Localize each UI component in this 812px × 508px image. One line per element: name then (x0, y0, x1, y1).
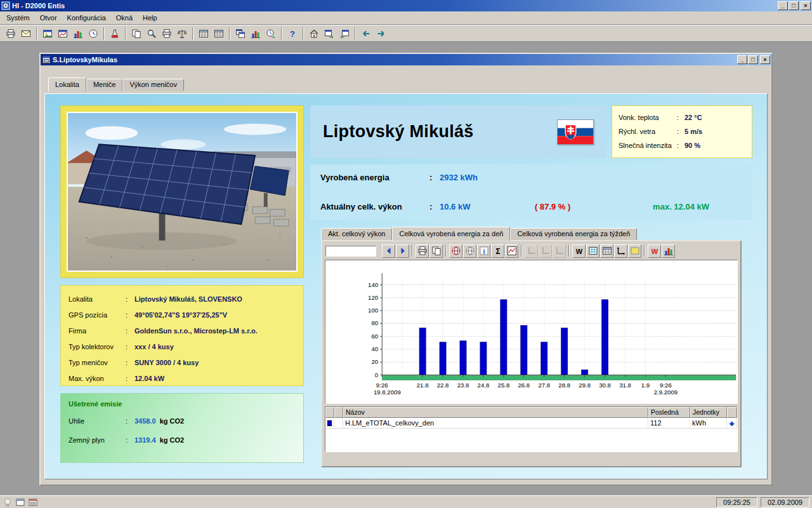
help-button[interactable]: ? (285, 26, 300, 41)
back-button[interactable] (358, 26, 374, 41)
site-info-value: 12.04 kW (134, 375, 164, 382)
chart-info-button[interactable]: i (477, 244, 490, 258)
chart-legend-button[interactable] (662, 244, 675, 258)
forward-button[interactable] (374, 26, 389, 41)
open-charts-button[interactable] (70, 26, 86, 41)
chart-next-button[interactable] (396, 244, 409, 258)
chart-legend-table: NázovPoslednáJednotky H.LM_eTOTAL_celkov… (325, 406, 738, 452)
menu-item-otvor[interactable]: Otvor (35, 12, 62, 23)
globe-gray-icon (465, 246, 475, 256)
main-toolbar: ? (0, 24, 812, 42)
site-photo (67, 112, 298, 272)
legend-cell (325, 418, 334, 428)
open-pictures-button[interactable] (40, 26, 55, 41)
chart-interval-input[interactable] (325, 246, 376, 257)
connection-status-icon[interactable] (15, 497, 25, 507)
app-window: HI - D2000 Entis _ □ × SystémOtvorKonfig… (0, 0, 812, 508)
alarms-button[interactable] (107, 26, 122, 41)
copy-button[interactable] (129, 26, 144, 41)
chart-grid-button[interactable] (586, 244, 599, 258)
menu-item-konfiguracia[interactable]: Konfigurácia (62, 12, 111, 23)
menu-item-help[interactable]: Help (138, 12, 162, 23)
chart-background-button[interactable] (628, 244, 641, 258)
chart-plot-area[interactable]: 02040608010012014021.822.823.824.825.826… (325, 260, 738, 404)
open-graphs-button[interactable] (55, 26, 70, 41)
unit-cell: kWh (690, 418, 727, 428)
barchart-icon (664, 246, 674, 256)
table-corner-cell (325, 407, 334, 418)
menu-item-okna[interactable]: Okná (111, 12, 138, 23)
info-icon: i (479, 246, 489, 256)
column-header-name[interactable]: Názov (343, 407, 648, 418)
alarm-bulb-icon[interactable] (3, 497, 13, 507)
child-maximize-button[interactable]: □ (748, 55, 758, 64)
table-columns-button[interactable] (211, 26, 226, 41)
site-info-value: SUNY 3000 / 4 kusy (134, 359, 199, 366)
home-button[interactable] (306, 26, 322, 41)
clock-arrow-icon (266, 29, 276, 39)
chart-statistics-button[interactable]: Σ (491, 244, 504, 258)
chart-timezone-button[interactable] (463, 244, 476, 258)
chart-copy-button[interactable] (429, 244, 443, 258)
menu-item-system[interactable]: Systém (1, 12, 35, 23)
window-back-button[interactable] (337, 26, 352, 41)
table-icon (602, 246, 612, 256)
site-info-label: Max. výkon (69, 375, 126, 382)
child-minimize-button[interactable]: _ (737, 55, 747, 64)
cascade-windows-button[interactable] (233, 26, 248, 41)
table-row[interactable]: H.LM_eTOTAL_celkovy_den112kWh◆ (325, 418, 737, 429)
site-info-value: 49°05'02,74"S 19°37'25,25"V (134, 311, 227, 319)
row-marker-cell: ◆ (727, 418, 737, 428)
site-info-row: Firma:GoldenSun s.r.o., Microstep-LM s.r… (69, 323, 296, 338)
emissions-panel: Ušetrené emisie Uhlie:3458.0kg CO2Zemný … (60, 393, 304, 463)
yellow-rect-icon (630, 246, 640, 256)
chart-tab-akt-celkovy-vykon[interactable]: Akt. celkový výkon (321, 228, 392, 240)
child-window: S.LiptovskyMikulas _ □ × LokalitaMeničeV… (39, 53, 773, 486)
open-schemes-button[interactable] (86, 26, 101, 41)
column-header-unit[interactable]: Jednotky (690, 407, 727, 418)
chart-axes-button[interactable] (614, 244, 627, 258)
site-info-row: Lokalita:Liptovský Mikuláš, SLOVENSKO (69, 291, 296, 307)
svg-text:80: 80 (371, 319, 378, 326)
archive-status-icon[interactable] (28, 497, 38, 507)
colon: : (126, 359, 134, 366)
chart-time-interval-button[interactable] (449, 244, 462, 258)
column-header-last[interactable]: Posledná (648, 407, 690, 418)
window-forward-button[interactable] (322, 26, 337, 41)
chart-print-button[interactable] (416, 244, 429, 258)
sigma-icon: Σ (493, 246, 503, 256)
printer-icon (162, 29, 172, 39)
toolbar-separator (229, 27, 230, 40)
history-button[interactable] (263, 26, 278, 41)
chart-tab-energia-za-den[interactable]: Celková vyrobená energia za deň (392, 227, 510, 241)
chart-tabs: Akt. celkový výkonCelková vyrobená energ… (321, 226, 742, 240)
colon: : (677, 142, 684, 149)
mail-button[interactable] (18, 26, 34, 41)
chart-values-button[interactable]: W (572, 244, 586, 258)
toolbar-separator (281, 27, 282, 40)
envelope-icon (21, 29, 31, 39)
tab-menice[interactable]: Meniče (86, 79, 122, 91)
produced-energy-row: Vyrobená energia : 2932 kWh (320, 173, 742, 182)
restore-button[interactable]: □ (789, 1, 799, 10)
print-button[interactable] (3, 26, 18, 41)
minimize-button[interactable]: _ (778, 1, 788, 10)
chart-table-button[interactable] (600, 244, 613, 258)
close-button[interactable]: × (801, 1, 811, 10)
home-icon (309, 29, 319, 39)
chart-curve-button[interactable] (505, 244, 518, 258)
child-close-button[interactable]: × (760, 55, 770, 64)
pages-icon (431, 246, 442, 256)
tab-vykon-menicov[interactable]: Výkon meničov (122, 79, 184, 91)
trend-button[interactable] (248, 26, 263, 41)
svg-text:20: 20 (371, 358, 378, 365)
zoom-button[interactable] (144, 26, 159, 41)
chart-axis-left-button (525, 244, 538, 258)
print-preview-button[interactable] (159, 26, 174, 41)
tab-lokalita[interactable]: Lokalita (48, 77, 86, 91)
table-button[interactable] (196, 26, 211, 41)
chart-analysis-button[interactable]: W (648, 244, 661, 258)
balance-button[interactable] (174, 26, 190, 41)
chart-prev-button[interactable] (382, 244, 395, 258)
chart-tab-energia-za-tyzden[interactable]: Celková vyrobená energia za týždeň (510, 228, 637, 240)
